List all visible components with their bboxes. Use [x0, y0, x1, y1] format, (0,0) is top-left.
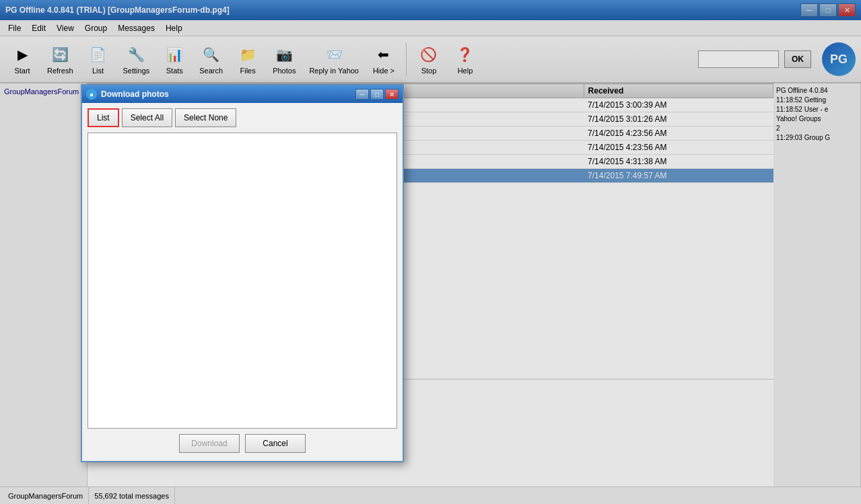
dialog-cancel-button[interactable]: Cancel [245, 434, 306, 453]
dialog-title: ● Download photos [86, 89, 169, 100]
download-photos-dialog: ● Download photos ─ □ ✕ List Select All … [81, 84, 404, 462]
dialog-list-button[interactable]: List [88, 108, 119, 127]
dialog-body: List Select All Select None Download Can… [82, 103, 403, 461]
dialog-icon: ● [86, 89, 97, 100]
dialog-title-bar: ● Download photos ─ □ ✕ [82, 85, 403, 103]
dialog-close-button[interactable]: ✕ [385, 89, 399, 100]
dialog-title-buttons: ─ □ ✕ [355, 89, 399, 100]
dialog-minimize-button[interactable]: ─ [355, 89, 369, 100]
dialog-list[interactable] [88, 133, 397, 429]
dialog-maximize-button[interactable]: □ [370, 89, 384, 100]
dialog-footer: Download Cancel [88, 429, 397, 456]
dialog-select-all-button[interactable]: Select All [122, 108, 172, 127]
dialog-toolbar: List Select All Select None [88, 108, 397, 127]
dialog-download-button[interactable]: Download [179, 434, 240, 453]
dialog-select-none-button[interactable]: Select None [175, 108, 236, 127]
